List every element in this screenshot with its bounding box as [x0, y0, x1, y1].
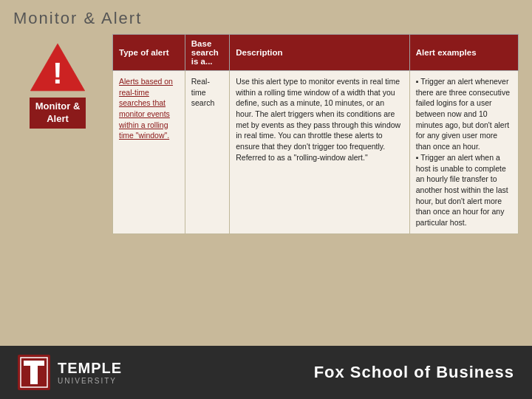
university-sub: UNIVERSITY — [58, 377, 122, 385]
university-name: TEMPLE — [58, 360, 122, 377]
svg-rect-4 — [24, 361, 44, 366]
table-wrapper: Type of alert Base search is a... Descri… — [112, 34, 519, 234]
monitor-alert-label: Monitor & Alert — [30, 98, 86, 129]
fox-school-label: Fox School of Business — [314, 363, 514, 382]
monitor-alert-icon: ! Monitor & Alert — [28, 41, 87, 129]
temple-text: TEMPLE UNIVERSITY — [58, 360, 122, 385]
col-header-base: Base search is a... — [185, 35, 229, 71]
col-header-examples: Alert examples — [409, 35, 518, 71]
cell-description: Use this alert type to monitor events in… — [230, 71, 410, 234]
svg-text:!: ! — [52, 56, 63, 90]
alert-table: Type of alert Base search is a... Descri… — [112, 34, 519, 234]
left-icon-area: ! Monitor & Alert — [13, 34, 102, 234]
page-title: Monitor & Alert — [0, 0, 532, 34]
cell-base-search: Real-time search — [185, 71, 229, 234]
table-row: Alerts based on real-time searches that … — [113, 71, 519, 234]
svg-rect-5 — [30, 366, 38, 384]
temple-logo: TEMPLE UNIVERSITY — [18, 355, 122, 390]
col-header-description: Description — [230, 35, 410, 71]
footer: TEMPLE UNIVERSITY Fox School of Business — [0, 346, 532, 399]
alert-type-link[interactable]: Alerts based on real-time searches that … — [119, 77, 173, 140]
cell-alert-examples: ▪ Trigger an alert whenever there are th… — [409, 71, 518, 234]
warning-triangle-icon: ! — [28, 41, 87, 93]
cell-type-of-alert[interactable]: Alerts based on real-time searches that … — [113, 71, 185, 234]
col-header-type: Type of alert — [113, 35, 185, 71]
temple-T-icon — [18, 355, 50, 390]
